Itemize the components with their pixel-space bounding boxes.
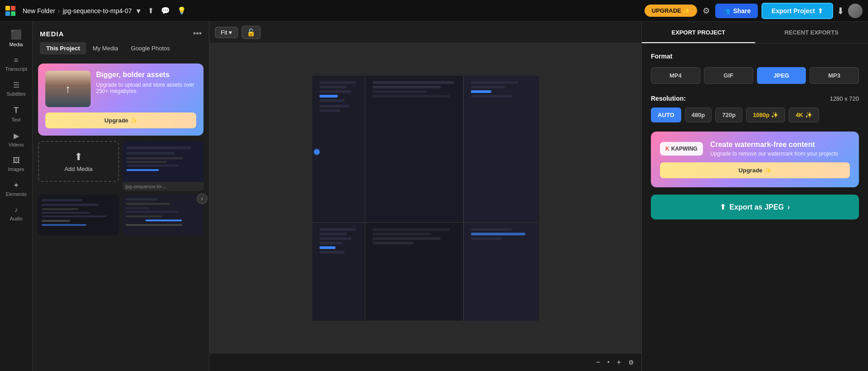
main-content: ⬛ Media ≡ Transcript ☰ Subtitles T Text … <box>0 22 868 371</box>
panel-collapse-button[interactable]: ‹ <box>197 193 208 204</box>
media-item-2[interactable] <box>38 195 119 235</box>
folder-name[interactable]: New Folder <box>23 7 55 15</box>
tab-my-media[interactable]: My Media <box>86 42 124 54</box>
tab-recent-exports[interactable]: RECENT EXPORTS <box>755 22 868 43</box>
export-action-chevron: › <box>787 203 790 211</box>
media-item-3[interactable] <box>123 195 204 235</box>
tab-export-project[interactable]: EXPORT PROJECT <box>642 22 755 43</box>
sidebar-item-label-subtitles: Subtitles <box>6 91 25 97</box>
add-media-button[interactable]: ⬆ Add Media <box>38 141 119 182</box>
logo-rect-2 <box>11 6 15 10</box>
sidebar-item-images[interactable]: 🖼 Images <box>2 153 31 176</box>
format-row: MP4 GIF JPEG MP3 <box>651 67 859 84</box>
fake-panel-center-top <box>365 76 463 222</box>
sidebar-item-audio[interactable]: ♪ Audio <box>2 202 31 225</box>
tab-this-project[interactable]: This Project <box>40 42 86 54</box>
export-project-button[interactable]: Export Project ⬆ <box>761 3 833 19</box>
export-action-icon: ⬆ <box>720 203 726 211</box>
project-name[interactable]: jpg-sequence-to-mp4-07 <box>63 7 132 15</box>
user-avatar[interactable] <box>848 4 863 18</box>
svg-rect-3 <box>126 157 183 159</box>
share-button[interactable]: 👥 Share <box>715 4 758 18</box>
settings-icon[interactable]: ⚙ <box>701 4 712 18</box>
sidebar-item-text[interactable]: T Text <box>2 102 31 126</box>
upgrade-thumbnail: ↑ <box>45 71 91 107</box>
add-media-label: Add Media <box>64 166 92 172</box>
media-content: ↑ Bigger, bolder assets Upgrade to uploa… <box>33 60 209 371</box>
upgrade-card-button[interactable]: Upgrade ✨ <box>45 112 196 128</box>
fake-panel-left-bot <box>312 223 365 321</box>
sidebar-item-videos[interactable]: ▶ Videos <box>2 128 31 151</box>
svg-rect-12 <box>42 215 107 217</box>
svg-rect-2 <box>126 152 175 155</box>
videos-icon: ▶ <box>14 132 19 140</box>
text-icon: T <box>14 106 19 115</box>
comments-icon[interactable]: 💬 <box>159 5 172 17</box>
upgrade-body: Upgrade to upload and store assets over … <box>96 82 196 94</box>
progress-dot <box>313 148 320 156</box>
canvas-area: Fit ▾ 🔓 <box>209 22 641 371</box>
svg-rect-16 <box>126 198 158 200</box>
format-jpeg[interactable]: JPEG <box>757 67 806 84</box>
export-as-jpeg-button[interactable]: ⬆ Export as JPEG › <box>651 195 859 220</box>
resolution-720p[interactable]: 720p <box>715 107 742 122</box>
upgrade-card-top: ↑ Bigger, bolder assets Upgrade to uploa… <box>45 71 196 107</box>
upgrade-button[interactable]: UPGRADE ✨ <box>645 5 698 17</box>
sidebar-item-subtitles[interactable]: ☰ Subtitles <box>2 77 31 100</box>
export-upgrade-button[interactable]: Upgrade ✨ <box>660 162 850 178</box>
fit-chevron: ▾ <box>229 29 232 36</box>
topbar: New Folder › jpg-sequence-to-mp4-07 ▾ ⬆ … <box>0 0 868 22</box>
lock-button[interactable]: 🔓 <box>242 26 261 39</box>
upload-icon[interactable]: ⬆ <box>146 5 155 17</box>
sidebar-item-transcript[interactable]: ≡ Transcript <box>2 53 31 75</box>
svg-rect-15 <box>123 195 204 235</box>
fake-screen <box>312 76 539 321</box>
bottom-bar: − • + ⚙ <box>209 353 641 371</box>
fit-button[interactable]: Fit ▾ <box>215 27 238 38</box>
media-thumb-1 <box>123 141 204 182</box>
svg-rect-20 <box>126 215 162 217</box>
svg-rect-21 <box>145 220 182 221</box>
zoom-out-button[interactable]: − <box>594 356 602 368</box>
resolution-4k[interactable]: 4K ✨ <box>789 107 819 122</box>
svg-rect-18 <box>126 207 150 209</box>
svg-rect-9 <box>42 204 98 206</box>
download-icon[interactable]: ⬇ <box>837 5 844 16</box>
fit-label: Fit <box>221 29 227 36</box>
fake-panel-right-top <box>463 76 539 222</box>
images-icon: 🖼 <box>13 156 20 165</box>
svg-rect-14 <box>42 224 86 226</box>
svg-rect-6 <box>126 169 159 171</box>
resolution-auto[interactable]: AUTO <box>651 107 681 122</box>
svg-rect-17 <box>126 203 170 205</box>
svg-rect-11 <box>42 212 90 214</box>
media-item-1[interactable]: jpg-sequence-to-... <box>123 141 204 191</box>
svg-rect-19 <box>126 211 178 213</box>
fake-screen-top <box>312 76 539 223</box>
export-tabs: EXPORT PROJECT RECENT EXPORTS <box>642 22 868 44</box>
format-mp3[interactable]: MP3 <box>810 67 859 84</box>
media-grid: ⬆ Add Media <box>38 141 204 235</box>
resolution-1080p[interactable]: 1080p ✨ <box>746 107 785 122</box>
export-project-icon: ⬆ <box>818 7 823 15</box>
canvas-toolbar: Fit ▾ 🔓 <box>209 22 641 44</box>
zoom-dot: • <box>607 359 610 366</box>
media-more-button[interactable]: ••• <box>193 29 202 39</box>
zoom-in-button[interactable]: + <box>615 356 623 368</box>
zoom-settings-button[interactable]: ⚙ <box>628 359 634 366</box>
resolution-480p[interactable]: 480p <box>685 107 712 122</box>
format-gif[interactable]: GIF <box>704 67 753 84</box>
sidebar-item-elements[interactable]: ✦ Elements <box>2 177 31 200</box>
logo-rect-1 <box>5 6 10 10</box>
app-logo <box>5 6 15 16</box>
bulb-icon[interactable]: 💡 <box>175 5 188 17</box>
share-label: Share <box>733 7 751 15</box>
svg-rect-13 <box>42 220 70 222</box>
audio-icon: ♪ <box>15 206 18 214</box>
logo-rect-4 <box>11 11 15 16</box>
elements-icon: ✦ <box>13 181 19 190</box>
tab-google-photos[interactable]: Google Photos <box>125 42 176 54</box>
sidebar-item-media[interactable]: ⬛ Media <box>2 25 31 51</box>
project-dropdown-btn[interactable]: ▾ <box>135 4 142 18</box>
format-mp4[interactable]: MP4 <box>651 67 700 84</box>
